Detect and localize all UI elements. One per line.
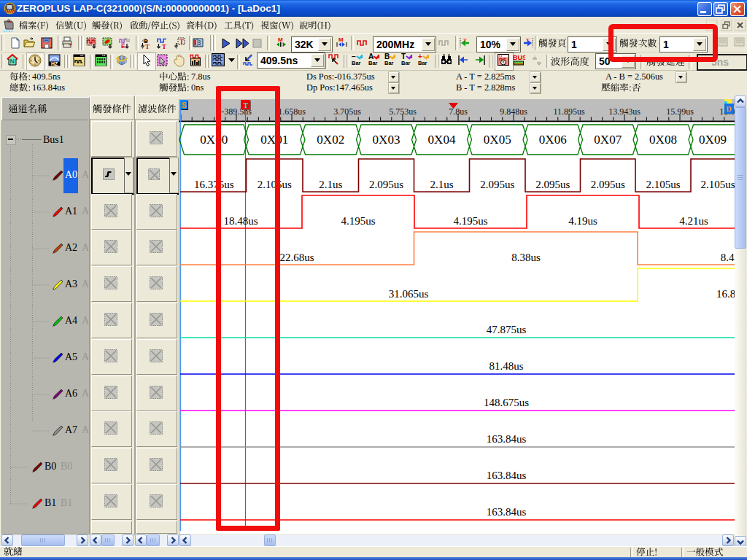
svg-text:4.19us: 4.19us bbox=[568, 215, 597, 227]
svg-text:T: T bbox=[179, 38, 184, 45]
svg-text:T: T bbox=[162, 43, 166, 50]
svg-text:47.875us: 47.875us bbox=[487, 324, 527, 335]
svg-text:Bar: Bar bbox=[352, 60, 361, 66]
svg-text:0X09: 0X09 bbox=[699, 133, 727, 147]
svg-text:4.21us: 4.21us bbox=[679, 215, 708, 227]
svg-text:163.84us: 163.84us bbox=[487, 433, 527, 445]
svg-text:M: M bbox=[338, 36, 344, 43]
svg-text:8.4: 8.4 bbox=[721, 252, 735, 263]
svg-text:BUS: BUS bbox=[513, 54, 525, 61]
svg-text:4.195us: 4.195us bbox=[341, 215, 375, 227]
svg-text:Bar: Bar bbox=[384, 60, 394, 66]
svg-text:T: T bbox=[145, 43, 150, 50]
svg-text:0X04: 0X04 bbox=[428, 133, 456, 147]
svg-text:163.84us: 163.84us bbox=[487, 470, 527, 481]
svg-text:M: M bbox=[278, 36, 283, 43]
svg-text:2.095us: 2.095us bbox=[535, 179, 570, 190]
svg-text:2.105us: 2.105us bbox=[646, 179, 680, 190]
svg-text:0X08: 0X08 bbox=[649, 133, 677, 147]
svg-text:3.705us: 3.705us bbox=[333, 106, 361, 117]
svg-text:0X06: 0X06 bbox=[539, 133, 567, 147]
svg-text:E: E bbox=[121, 43, 125, 49]
svg-text:0X03: 0X03 bbox=[373, 133, 400, 147]
svg-text:2.105us: 2.105us bbox=[700, 179, 735, 190]
svg-text:11.895us: 11.895us bbox=[553, 106, 585, 117]
svg-text:31.065us: 31.065us bbox=[389, 288, 429, 300]
svg-text:N: N bbox=[10, 58, 15, 65]
svg-text:0X05: 0X05 bbox=[484, 133, 511, 147]
svg-text:22.68us: 22.68us bbox=[279, 252, 314, 263]
svg-text:0X07: 0X07 bbox=[594, 133, 622, 147]
svg-text:2.1us: 2.1us bbox=[430, 179, 453, 190]
svg-text:5.753us: 5.753us bbox=[389, 106, 417, 117]
svg-text:8.38us: 8.38us bbox=[511, 252, 541, 263]
svg-text:D: D bbox=[727, 105, 732, 113]
svg-text:1.658us: 1.658us bbox=[278, 106, 306, 117]
svg-text:15.99us: 15.99us bbox=[666, 106, 694, 117]
svg-text:2.095us: 2.095us bbox=[369, 179, 403, 190]
svg-text:2.1us: 2.1us bbox=[319, 179, 342, 190]
svg-text:0X02: 0X02 bbox=[317, 133, 344, 147]
svg-text:7.8us: 7.8us bbox=[449, 106, 468, 117]
svg-text:2.095us: 2.095us bbox=[591, 179, 625, 190]
svg-text:4.195us: 4.195us bbox=[453, 215, 487, 227]
svg-text:2.095us: 2.095us bbox=[480, 179, 514, 190]
svg-text:16.8: 16.8 bbox=[716, 288, 735, 300]
svg-text:Bar: Bar bbox=[368, 60, 378, 66]
svg-text:T: T bbox=[463, 37, 467, 43]
svg-text:T: T bbox=[526, 37, 530, 43]
svg-text:HZ: HZ bbox=[51, 61, 58, 66]
svg-text:81.48us: 81.48us bbox=[489, 360, 523, 372]
svg-text:13.943us: 13.943us bbox=[608, 106, 640, 117]
svg-text:148.675us: 148.675us bbox=[484, 397, 529, 408]
svg-text:S: S bbox=[182, 101, 187, 109]
svg-text:Bar: Bar bbox=[401, 60, 411, 66]
svg-text:9.848us: 9.848us bbox=[500, 106, 527, 117]
svg-text:163.84us: 163.84us bbox=[487, 506, 527, 518]
svg-text:Bar: Bar bbox=[418, 60, 427, 66]
